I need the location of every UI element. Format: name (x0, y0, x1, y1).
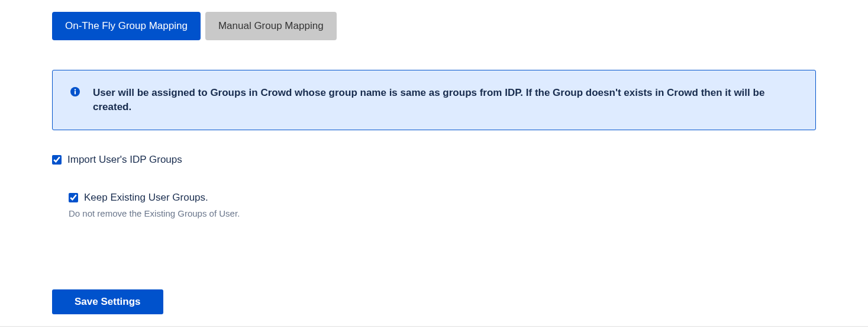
save-button[interactable]: Save Settings (52, 289, 163, 314)
info-banner: User will be assigned to Groups in Crowd… (52, 70, 816, 130)
import-groups-label: Import User's IDP Groups (67, 154, 182, 166)
keep-groups-row: Keep Existing User Groups. (69, 192, 816, 204)
keep-groups-helper: Do not remove the Existing Groups of Use… (69, 208, 816, 218)
import-groups-row: Import User's IDP Groups (52, 154, 816, 166)
divider (0, 326, 868, 327)
keep-groups-checkbox[interactable] (69, 193, 78, 202)
tab-manual[interactable]: Manual Group Mapping (205, 12, 337, 40)
keep-groups-label: Keep Existing User Groups. (84, 192, 208, 204)
info-icon (70, 87, 80, 96)
svg-point-1 (75, 89, 76, 90)
import-groups-checkbox[interactable] (52, 155, 62, 165)
info-text: User will be assigned to Groups in Crowd… (93, 86, 798, 114)
tab-on-the-fly[interactable]: On-The Fly Group Mapping (52, 12, 201, 40)
tabs-container: On-The Fly Group Mapping Manual Group Ma… (52, 12, 816, 40)
svg-rect-2 (75, 91, 76, 95)
